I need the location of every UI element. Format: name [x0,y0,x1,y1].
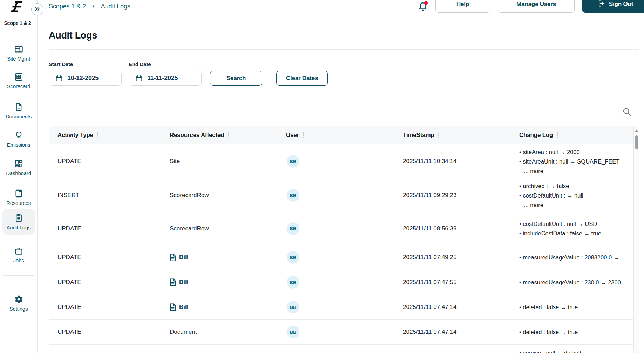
bill-document-icon [170,278,176,286]
change-log-cell: • deleted : false → true [519,320,633,344]
user-cell: BB [285,212,403,245]
manage-users-button[interactable]: Manage Users [498,0,575,13]
column-menu-icon[interactable] [556,132,559,139]
table-scrollbar[interactable] [633,126,639,353]
resource-link[interactable]: Bill [170,303,188,311]
column-menu-icon[interactable] [302,132,305,139]
activity-type-cell: INSERT [49,179,170,212]
sign-out-button[interactable]: Sign Out [582,0,644,13]
table-row: UPDATEDocumentBB2025/11/11 07:47:14• del… [49,320,633,345]
resources-affected-cell: Bill [170,270,285,295]
resources-affected-cell: Bill [170,295,285,319]
end-date-input[interactable] [129,71,202,86]
change-log-cell: • service : null → default [519,345,633,353]
resource-link[interactable]: Bill [170,254,188,261]
sidebar-item-settings[interactable]: Settings [2,290,35,316]
change-log-entry: • deleted : false → true [519,327,578,337]
calendar-icon [55,75,63,82]
column-header-timestamp: TimeStamp [403,132,519,139]
timestamp-cell: 2025/11/11 07:49:25 [403,245,519,270]
change-log-cell: • measuredUsageValue : 2083200.0 → [519,245,633,270]
more-link[interactable]: ... more [519,200,543,210]
table-row: UPDATEScorecardRowBB2025/11/11 08:56:39•… [49,212,633,245]
user-cell: BB [285,295,403,319]
sidebar-item-jobs[interactable]: Jobs [2,242,35,268]
user-cell [285,345,403,353]
user-cell: BB [285,144,403,179]
sidebar-item-scorecard[interactable]: Scorecard [2,68,35,94]
resource-link[interactable]: Bill [170,278,188,286]
sidebar-item-documents[interactable]: Documents [2,98,35,124]
column-header-change-log: Change Log [519,132,633,139]
sidebar-item-emissions[interactable]: Emissions [2,126,35,152]
search-button[interactable]: Search [210,71,262,86]
sidebar-item-audit-logs[interactable]: Audit Logs [2,209,35,235]
resource-text: ScorecardRow [170,225,209,232]
table-row: UPDATEBillBB2025/11/11 07:47:14• deleted… [49,295,633,320]
timestamp-cell: 2025/11/11 10:34:14 [403,144,519,179]
notification-dot [424,1,428,5]
resources-affected-cell [170,345,285,353]
more-link[interactable]: ... more [519,166,543,176]
sidebar-item-label: Resources [6,200,31,206]
change-log-cell: • deleted : false → true [519,295,633,319]
resources-affected-cell: ScorecardRow [170,179,285,212]
sidebar-collapse-button[interactable] [31,3,43,15]
table-search-icon[interactable] [622,106,632,117]
change-log-cell: • siteArea : null → 2000• siteAreaUnit :… [519,144,633,179]
sidebar-item-label: Audit Logs [7,224,31,230]
sidebar-item-site-mgmt[interactable]: Site Mgmt [2,40,35,66]
sidebar-item-resources[interactable]: Resources [2,184,35,210]
activity-type-cell: UPDATE [49,212,170,245]
help-button[interactable]: Help [435,0,490,13]
user-avatar: BB [287,189,299,202]
resources-affected-cell: Bill [170,245,285,270]
table-row: UPDATEBillBB2025/11/11 07:47:55• measure… [49,270,633,295]
column-menu-icon[interactable] [227,132,230,139]
column-menu-icon[interactable] [96,132,99,139]
change-log-cell: • archived : → false• costDefaultUnit : … [519,179,633,212]
jobs-icon [14,246,23,256]
start-date-label: Start Date [49,61,73,67]
breadcrumb-separator: / [93,3,94,10]
scrollbar-up-arrow[interactable] [635,129,638,132]
breadcrumb-parent[interactable]: Scopes 1 & 2 [49,3,86,10]
sidebar-item-dashboard[interactable]: Dashboard [2,154,35,180]
activity-type-cell: UPDATE [49,245,170,270]
bill-document-icon [170,254,176,261]
scrollbar-thumb[interactable] [635,135,638,149]
change-log-entry: • archived : → false [519,181,569,191]
column-menu-icon[interactable] [438,132,440,139]
start-date-value[interactable] [67,75,113,82]
table-row: • service : null → default [49,345,633,353]
user-cell: BB [285,245,403,270]
clear-dates-button[interactable]: Clear Dates [276,71,328,86]
calendar-icon [135,75,143,82]
change-log-entry: • siteArea : null → 2000 [519,147,580,157]
start-date-input[interactable] [49,71,122,86]
bill-document-icon [170,303,176,311]
user-avatar: BB [287,222,299,235]
change-log-entry: • measuredUsageValue : 2083200.0 → [519,253,619,262]
resources-affected-cell: Document [170,320,285,344]
change-log-entry: • includeCostData : false → true [519,229,601,238]
sidebar-item-label: Emissions [7,142,30,148]
sidebar-item-label: Jobs [13,257,24,263]
double-chevron-right-icon [34,6,40,13]
notification-bell-icon[interactable] [417,1,428,14]
user-cell: BB [285,179,403,212]
timestamp-cell: 2025/11/11 07:47:14 [403,295,519,319]
app-logo[interactable] [10,1,23,12]
timestamp-cell [403,345,519,353]
timestamp-cell: 2025/11/11 07:47:55 [403,270,519,295]
timestamp-cell: 2025/11/11 07:47:14 [403,320,519,344]
sidebar-item-label: Dashboard [6,170,31,176]
sign-out-icon [597,0,605,9]
scorecard-icon [14,72,23,82]
change-log-entry: • siteAreaUnit : null → SQUARE_FEET [519,157,619,166]
resource-text: Site [170,158,180,165]
sidebar: Scope 1 & 2 Site MgmtScorecardDocumentsE… [0,0,38,353]
end-date-value[interactable] [147,75,193,82]
change-log-entry: • service : null → default [519,348,581,353]
column-header-user: User [285,132,403,139]
